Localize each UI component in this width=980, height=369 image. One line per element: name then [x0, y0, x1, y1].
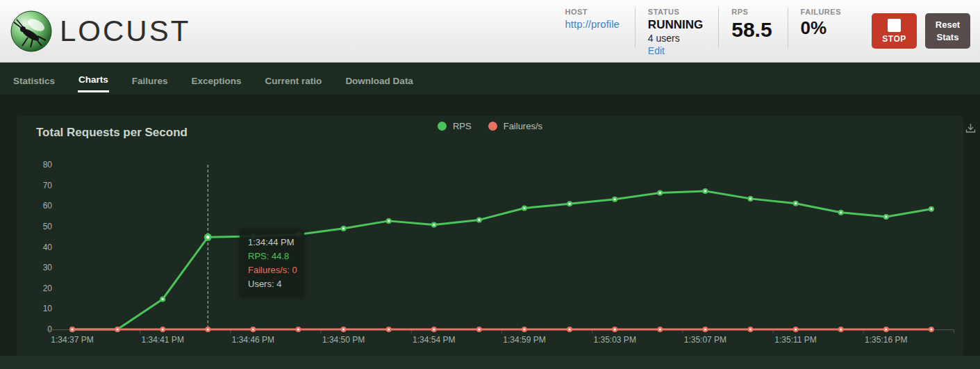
reset-stats-button[interactable]: Reset Stats [925, 13, 970, 49]
status-users: 4 users [648, 33, 703, 44]
navbar: StatisticsChartsFailuresExceptionsCurren… [0, 63, 980, 95]
point-center-dot [795, 328, 797, 330]
x-axis-label: 1:35:03 PM [594, 335, 636, 345]
y-axis-label: 10 [43, 304, 53, 313]
failures-value: 0% [801, 18, 841, 38]
point-center-dot [930, 328, 932, 330]
failures-box: FAILURES 0% [788, 8, 856, 38]
point-center-dot [252, 328, 254, 330]
download-chart-icon[interactable] [965, 122, 977, 134]
y-axis-label: 60 [43, 201, 53, 211]
locust-logo-icon [10, 10, 53, 53]
point-center-dot [749, 328, 751, 330]
point-center-dot [569, 328, 571, 330]
nav-tab-charts[interactable]: Charts [78, 65, 109, 92]
nav-tab-failures[interactable]: Failures [131, 66, 169, 92]
point-center-dot [523, 328, 525, 330]
point-center-dot [840, 211, 842, 213]
point-center-dot [71, 328, 73, 330]
nav-tab-download-data[interactable]: Download Data [344, 66, 414, 92]
x-axis-label: 1:34:41 PM [142, 335, 184, 345]
status-value: RUNNING [648, 18, 703, 32]
tooltip-time: 1:34:44 PM [248, 236, 296, 249]
tooltip-users: Users: 4 [248, 277, 296, 291]
edit-link[interactable]: Edit [648, 45, 665, 56]
point-center-dot [117, 328, 119, 330]
tooltip-failures: Failures/s: 0 [248, 263, 296, 277]
stop-button-label: STOP [882, 34, 906, 44]
reset-stats-line2: Stats [925, 31, 970, 44]
x-axis-label: 1:34:46 PM [232, 335, 274, 345]
x-axis-label: 1:34:54 PM [413, 335, 455, 345]
x-axis-label: 1:35:11 PM [774, 335, 816, 345]
y-axis-label: 20 [43, 284, 53, 293]
point-center-dot [614, 328, 616, 330]
chart-tooltip: 1:34:44 PM RPS: 44.8 Failures/s: 0 Users… [240, 229, 304, 297]
nav-tab-statistics[interactable]: Statistics [13, 66, 56, 92]
point-center-dot [388, 220, 390, 222]
point-center-dot [704, 328, 706, 330]
point-center-dot [388, 328, 390, 330]
stop-square-icon [888, 19, 901, 32]
y-axis-label: 50 [43, 222, 53, 231]
nav-tab-current-ratio[interactable]: Current ratio [265, 66, 323, 92]
point-center-dot [433, 328, 435, 330]
point-center-dot [659, 192, 661, 194]
point-center-dot [162, 328, 164, 330]
footer-strip [0, 356, 980, 369]
point-center-dot [433, 224, 435, 226]
header-buttons: STOP Reset Stats [872, 13, 970, 49]
point-center-dot [795, 202, 797, 204]
point-center-dot [162, 298, 164, 300]
nav-tab-exceptions[interactable]: Exceptions [191, 66, 242, 92]
status-label: STATUS [648, 8, 703, 16]
reset-stats-line1: Reset [925, 19, 970, 31]
x-axis-label: 1:34:37 PM [51, 335, 93, 345]
status-box: STATUS RUNNING 4 users Edit [636, 8, 718, 57]
header-info: HOST http://profile STATUS RUNNING 4 use… [552, 5, 856, 57]
rps-line [72, 191, 931, 329]
logo-text: LOCUST [60, 17, 190, 46]
point-center-dot [206, 236, 210, 239]
point-center-dot [342, 227, 344, 229]
point-center-dot [569, 203, 571, 205]
point-center-dot [297, 328, 299, 330]
point-center-dot [749, 197, 751, 199]
x-axis-label: 1:34:59 PM [503, 335, 545, 345]
point-center-dot [704, 190, 706, 192]
point-center-dot [885, 328, 887, 330]
rps-chart[interactable]: 010203040506070801:34:37 PM1:34:41 PM1:3… [17, 116, 963, 356]
host-box: HOST http://profile [552, 8, 634, 31]
point-center-dot [207, 328, 209, 330]
x-axis-label: 1:34:50 PM [322, 335, 365, 345]
point-center-dot [478, 328, 480, 330]
point-center-dot [523, 207, 525, 209]
logo[interactable]: LOCUST [10, 10, 190, 53]
y-axis-label: 40 [43, 243, 53, 252]
point-center-dot [342, 328, 344, 330]
stop-button[interactable]: STOP [872, 13, 917, 49]
chart-panel: Total Requests per Second RPS Failures/s… [17, 116, 963, 356]
point-center-dot [659, 328, 661, 330]
rps-box: RPS 58.5 [719, 8, 787, 41]
y-axis-label: 70 [43, 181, 53, 190]
point-center-dot [930, 208, 932, 210]
host-link[interactable]: http://profile [565, 18, 619, 30]
rps-label: RPS [731, 8, 772, 16]
rps-value: 58.5 [731, 18, 772, 41]
point-center-dot [614, 198, 616, 200]
x-axis-label: 1:35:07 PM [684, 335, 726, 345]
header: LOCUST HOST http://profile STATUS RUNNIN… [0, 0, 980, 63]
y-axis-label: 30 [43, 263, 53, 272]
y-axis-label: 80 [43, 160, 53, 170]
host-label: HOST [565, 8, 619, 16]
x-axis-label: 1:35:16 PM [865, 335, 907, 345]
tooltip-rps: RPS: 44.8 [248, 249, 296, 263]
point-center-dot [478, 219, 480, 221]
failures-label: FAILURES [801, 8, 841, 16]
point-center-dot [840, 328, 842, 330]
point-center-dot [885, 215, 887, 218]
